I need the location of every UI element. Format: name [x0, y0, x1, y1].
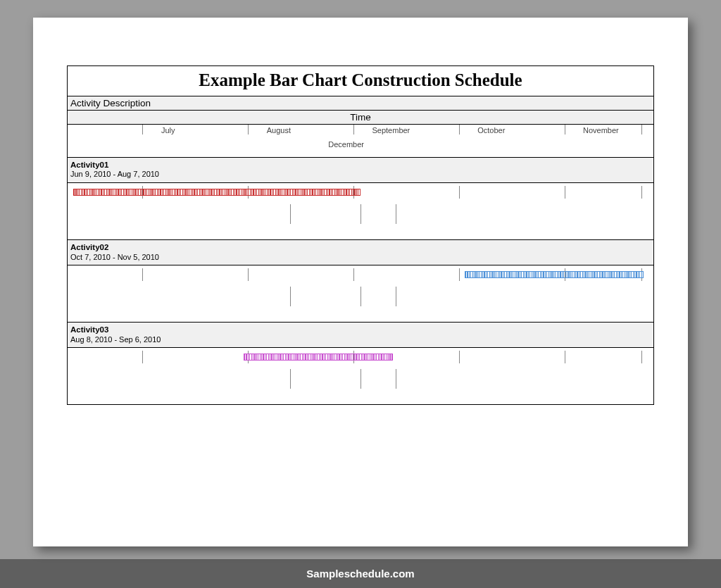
timeline-tick: [248, 125, 249, 135]
month-label: August: [267, 126, 291, 135]
timeline-header: JulyAugustSeptemberOctoberNovemberDecemb…: [68, 125, 653, 158]
timeline-tick: [353, 125, 354, 135]
grid-tick-minor: [360, 369, 361, 389]
gantt-timeline: [68, 348, 653, 404]
timeline-tick: [565, 125, 565, 135]
activity-dates: Jun 9, 2010 - Aug 7, 2010: [70, 170, 651, 180]
grid-tick-minor: [290, 287, 291, 306]
footer-credit: Sampleschedule.com: [0, 559, 721, 588]
grid-tick-minor: [396, 204, 396, 224]
grid-tick: [459, 268, 460, 281]
grid-tick-minor: [360, 287, 361, 306]
time-header: Time: [68, 111, 653, 125]
activity-name: Activity01: [70, 160, 651, 170]
chart-title: Example Bar Chart Construction Schedule: [68, 66, 653, 96]
gantt-bar: [73, 189, 360, 196]
activities-list: Activity01Jun 9, 2010 - Aug 7, 2010Activ…: [68, 158, 653, 405]
activity-description-header: Activity Description: [68, 96, 653, 111]
month-label: October: [477, 126, 505, 135]
grid-tick-minor: [290, 204, 291, 224]
month-label: July: [161, 126, 175, 135]
month-label-secondary: December: [328, 140, 364, 149]
grid-tick: [565, 351, 565, 363]
grid-tick: [641, 351, 642, 363]
gantt-row: [68, 348, 653, 405]
activity-header: Activity02Oct 7, 2010 - Nov 5, 2010: [68, 240, 653, 265]
grid-tick-minor: [290, 369, 291, 389]
grid-tick: [459, 186, 460, 199]
gantt-timeline: [68, 265, 653, 322]
grid-tick-minor: [396, 369, 396, 389]
activity-header: Activity03Aug 8, 2010 - Sep 6, 2010: [68, 323, 653, 348]
document-page: Example Bar Chart Construction Schedule …: [33, 18, 688, 546]
timeline-tick: [459, 125, 460, 135]
grid-tick: [248, 268, 249, 281]
grid-tick: [353, 268, 354, 281]
schedule-container: Example Bar Chart Construction Schedule …: [67, 65, 654, 405]
timeline-tick: [641, 125, 642, 135]
grid-tick-minor: [396, 287, 396, 306]
gantt-row: [68, 265, 653, 323]
activity-name: Activity03: [70, 325, 651, 334]
month-label: September: [372, 126, 410, 135]
grid-tick: [565, 186, 565, 199]
activity-dates: Oct 7, 2010 - Nov 5, 2010: [70, 253, 651, 263]
grid-tick: [142, 351, 143, 363]
gantt-bar: [465, 271, 644, 278]
activity-dates: Aug 8, 2010 - Sep 6, 2010: [70, 335, 651, 345]
gantt-timeline: [68, 183, 653, 239]
timeline-tick: [142, 125, 143, 135]
grid-tick: [459, 351, 460, 363]
activity-name: Activity02: [70, 242, 651, 252]
activity-header: Activity01Jun 9, 2010 - Aug 7, 2010: [68, 158, 653, 183]
grid-tick-minor: [360, 204, 361, 224]
grid-tick: [142, 268, 143, 281]
gantt-row: [68, 183, 653, 240]
gantt-bar: [244, 354, 393, 361]
grid-tick: [641, 186, 642, 199]
month-label: November: [583, 126, 619, 135]
